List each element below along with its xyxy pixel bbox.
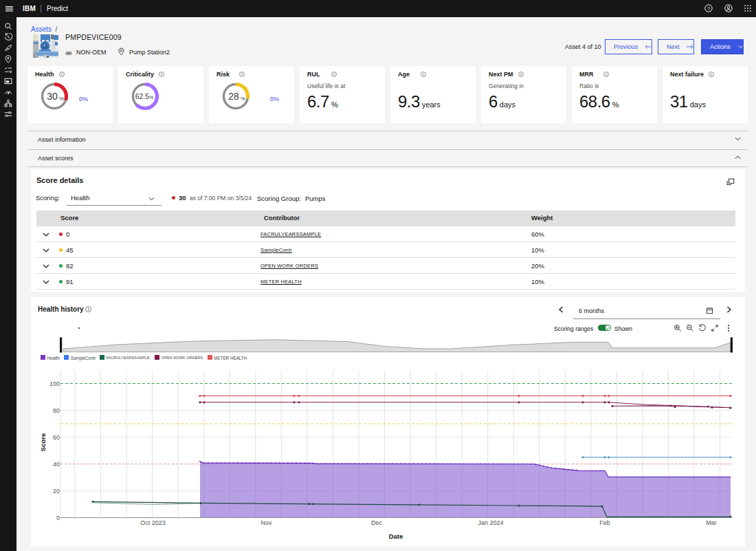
svg-text:60: 60 [53, 434, 60, 441]
svg-text:Mar: Mar [706, 519, 717, 526]
svg-text:30: 30 [47, 91, 58, 102]
svg-text:Dec: Dec [371, 519, 383, 526]
svg-text:Oct 2023: Oct 2023 [140, 519, 166, 526]
svg-text:Date: Date [389, 532, 403, 540]
svg-text:80: 80 [53, 407, 60, 414]
svg-text:40: 40 [53, 461, 60, 468]
svg-text:%: % [59, 96, 64, 102]
svg-text:62.5%: 62.5% [135, 92, 154, 100]
svg-text:Feb: Feb [599, 519, 610, 526]
svg-text:Jan 2024: Jan 2024 [478, 519, 503, 526]
svg-text:100: 100 [49, 380, 60, 387]
svg-text:?: ? [707, 6, 710, 12]
svg-text:28: 28 [228, 91, 239, 102]
svg-text:0: 0 [56, 515, 60, 521]
svg-text:Score: Score [39, 433, 47, 451]
svg-text:20: 20 [53, 488, 60, 495]
svg-text:Nov: Nov [260, 519, 272, 526]
svg-text:%: % [241, 96, 245, 102]
